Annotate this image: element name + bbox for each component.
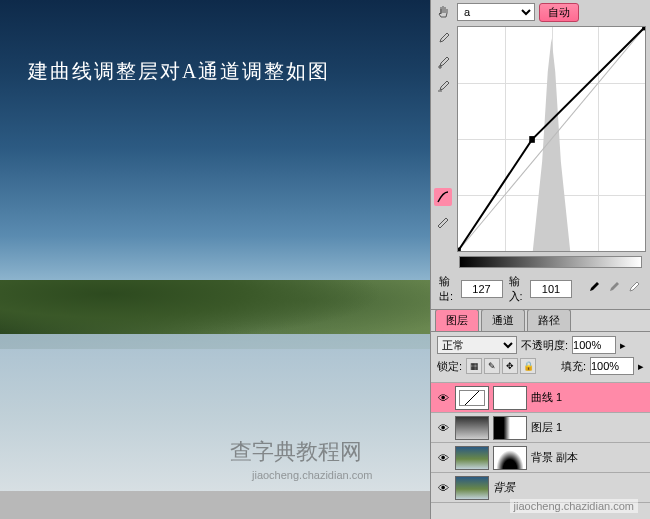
layer-name[interactable]: 背景 副本 bbox=[531, 450, 578, 465]
svg-rect-2 bbox=[529, 136, 535, 143]
lock-all-icon[interactable]: 🔒 bbox=[520, 358, 536, 374]
opacity-label: 不透明度: bbox=[521, 338, 568, 353]
layer-name[interactable]: 曲线 1 bbox=[531, 390, 562, 405]
layer-list: 👁 曲线 1 👁 图层 1 👁 背景 副本 👁 背景 bbox=[431, 383, 650, 503]
tab-paths[interactable]: 路径 bbox=[527, 309, 571, 331]
input-input[interactable] bbox=[530, 280, 572, 298]
opacity-input[interactable] bbox=[572, 336, 616, 354]
visibility-icon[interactable]: 👁 bbox=[435, 450, 451, 466]
layer-row[interactable]: 👁 背景 副本 bbox=[431, 443, 650, 473]
gray-point-icon[interactable] bbox=[606, 281, 622, 297]
tab-channels[interactable]: 通道 bbox=[481, 309, 525, 331]
visibility-icon[interactable]: 👁 bbox=[435, 420, 451, 436]
layer-thumbnail[interactable] bbox=[455, 416, 489, 440]
right-panel: a 自动 bbox=[430, 0, 650, 519]
layer-mask[interactable] bbox=[493, 416, 527, 440]
layer-name[interactable]: 图层 1 bbox=[531, 420, 562, 435]
visibility-icon[interactable]: 👁 bbox=[435, 390, 451, 406]
layer-row[interactable]: 👁 曲线 1 bbox=[431, 383, 650, 413]
landscape-reflection bbox=[0, 334, 430, 491]
channel-select[interactable]: a bbox=[457, 3, 535, 21]
svg-rect-1 bbox=[458, 248, 461, 251]
watermark-domain-left: jiaocheng.chazidian.com bbox=[252, 469, 372, 481]
lock-transparency-icon[interactable]: ▦ bbox=[466, 358, 482, 374]
document-canvas[interactable]: 建曲线调整层对A通道调整如图 查字典教程网 jiaocheng.chazidia… bbox=[0, 0, 430, 491]
curves-tools bbox=[431, 24, 455, 254]
watermark-domain: jiaocheng.chazidian.com bbox=[510, 499, 638, 513]
pencil-icon[interactable] bbox=[434, 212, 452, 230]
lock-image-icon[interactable]: ✎ bbox=[484, 358, 500, 374]
lock-label: 锁定: bbox=[437, 359, 462, 374]
watermark-title: 查字典教程网 bbox=[230, 437, 362, 467]
white-point-icon[interactable] bbox=[626, 281, 642, 297]
eyedropper-icon[interactable] bbox=[434, 30, 452, 48]
black-point-icon[interactable] bbox=[586, 281, 602, 297]
output-input[interactable] bbox=[461, 280, 503, 298]
chevron-right-icon[interactable]: ▸ bbox=[638, 360, 644, 373]
layer-mask[interactable] bbox=[493, 446, 527, 470]
layer-thumbnail[interactable] bbox=[455, 476, 489, 500]
canvas-annotation: 建曲线调整层对A通道调整如图 bbox=[28, 58, 330, 85]
visibility-icon[interactable]: 👁 bbox=[435, 480, 451, 496]
svg-line-0 bbox=[458, 27, 645, 251]
blend-mode-select[interactable]: 正常 bbox=[437, 336, 517, 354]
layer-row[interactable]: 👁 图层 1 bbox=[431, 413, 650, 443]
layer-thumbnail[interactable] bbox=[455, 446, 489, 470]
eyedropper-minus-icon[interactable] bbox=[434, 78, 452, 96]
chevron-right-icon[interactable]: ▸ bbox=[620, 339, 626, 352]
fill-input[interactable] bbox=[590, 357, 634, 375]
layer-mask[interactable] bbox=[493, 386, 527, 410]
input-label: 输入: bbox=[509, 274, 525, 304]
layers-panel: 图层 通道 路径 正常 不透明度: ▸ 锁定: ▦ ✎ ✥ 🔒 填充: bbox=[431, 310, 650, 519]
curves-graph[interactable] bbox=[457, 26, 646, 252]
hand-icon[interactable] bbox=[435, 3, 453, 21]
output-label: 输出: bbox=[439, 274, 455, 304]
curves-panel: a 自动 bbox=[431, 0, 650, 310]
auto-button[interactable]: 自动 bbox=[539, 3, 579, 22]
curve-point-icon[interactable] bbox=[434, 188, 452, 206]
input-gradient bbox=[459, 256, 642, 268]
layer-thumbnail[interactable] bbox=[455, 386, 489, 410]
layer-name[interactable]: 背景 bbox=[493, 480, 515, 495]
lock-position-icon[interactable]: ✥ bbox=[502, 358, 518, 374]
fill-label: 填充: bbox=[561, 359, 586, 374]
curve-line bbox=[458, 27, 645, 251]
tab-layers[interactable]: 图层 bbox=[435, 309, 479, 331]
svg-rect-3 bbox=[642, 27, 645, 30]
eyedropper-plus-icon[interactable] bbox=[434, 54, 452, 72]
